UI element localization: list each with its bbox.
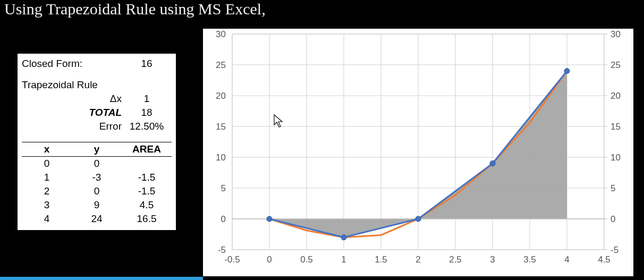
col-x: x [22, 142, 72, 156]
svg-text:25: 25 [611, 60, 621, 70]
dx-value: 1 [122, 92, 172, 106]
svg-text:5: 5 [611, 183, 615, 193]
svg-text:15: 15 [216, 122, 226, 132]
stage: { "title": "Using Trapezoidal Rule using… [0, 0, 644, 280]
cell-y: -3 [72, 171, 122, 184]
svg-text:10: 10 [611, 152, 621, 163]
col-area: AREA [122, 142, 172, 156]
error-value: 12.50% [122, 120, 172, 133]
page-title: Using Trapezoidal Rule using MS Excel, [4, 0, 266, 18]
svg-text:4: 4 [564, 254, 569, 265]
cell-area: -1.5 [122, 171, 172, 184]
svg-text:3: 3 [490, 254, 495, 265]
svg-text:0: 0 [267, 254, 272, 265]
svg-text:2.5: 2.5 [449, 254, 462, 265]
cell-x: 3 [22, 198, 72, 212]
svg-text:10: 10 [216, 152, 226, 163]
svg-text:15: 15 [611, 122, 621, 132]
svg-text:20: 20 [611, 91, 621, 101]
cell-y: 0 [72, 157, 122, 171]
cell-x: 1 [22, 171, 72, 184]
svg-point-56 [267, 216, 272, 222]
svg-text:-0.5: -0.5 [224, 254, 240, 265]
progress-bar [0, 277, 203, 280]
svg-text:-5: -5 [218, 245, 226, 255]
svg-text:0: 0 [611, 214, 615, 224]
results-panel: Closed Form: 16 Trapezoidal Rule Δx 1 TO… [17, 53, 176, 231]
table-header: x y AREA [22, 142, 172, 157]
svg-text:2: 2 [416, 254, 420, 265]
svg-text:3.5: 3.5 [523, 254, 536, 265]
cell-area: -1.5 [122, 184, 172, 198]
svg-point-60 [564, 69, 570, 74]
svg-text:0.5: 0.5 [300, 254, 313, 265]
svg-text:1: 1 [341, 254, 346, 265]
table-row: 20-1.5 [22, 184, 172, 198]
table-row: 1-3-1.5 [22, 171, 172, 184]
chart: -0.500.511.522.533.544.5-5-5005510101515… [203, 29, 633, 276]
total-value: 18 [122, 106, 172, 120]
cell-y: 0 [72, 184, 122, 198]
cell-x: 4 [22, 212, 72, 226]
cell-area [122, 157, 172, 171]
closed-form-value: 16 [122, 57, 172, 71]
svg-text:25: 25 [216, 60, 226, 70]
svg-text:0: 0 [221, 214, 226, 224]
svg-text:30: 30 [216, 29, 226, 39]
cell-x: 2 [22, 184, 72, 198]
svg-text:30: 30 [611, 29, 621, 39]
svg-point-58 [416, 216, 421, 222]
svg-text:1.5: 1.5 [375, 254, 387, 265]
table-body: 001-3-1.520-1.5394.542416.5 [22, 157, 172, 226]
chart-svg: -0.500.511.522.533.544.5-5-5005510101515… [203, 29, 633, 276]
svg-point-59 [490, 161, 495, 166]
table-row: 42416.5 [22, 212, 172, 226]
cell-y: 9 [72, 198, 122, 212]
svg-text:4.5: 4.5 [598, 254, 611, 265]
svg-text:5: 5 [221, 183, 226, 193]
closed-form-label: Closed Form: [22, 57, 122, 71]
table-row: 00 [22, 157, 172, 171]
svg-point-57 [341, 235, 346, 240]
cell-x: 0 [22, 157, 72, 171]
cell-area: 16.5 [122, 212, 172, 226]
dx-label: Δx [72, 92, 122, 106]
cell-area: 4.5 [122, 198, 172, 212]
total-label: TOTAL [72, 106, 122, 120]
error-label: Error [72, 120, 122, 133]
cell-y: 24 [72, 212, 122, 226]
trapezoidal-rule-label: Trapezoidal Rule [22, 78, 172, 92]
table-row: 394.5 [22, 198, 172, 212]
col-y: y [72, 142, 122, 156]
svg-text:-5: -5 [611, 245, 618, 255]
svg-text:20: 20 [216, 91, 226, 101]
